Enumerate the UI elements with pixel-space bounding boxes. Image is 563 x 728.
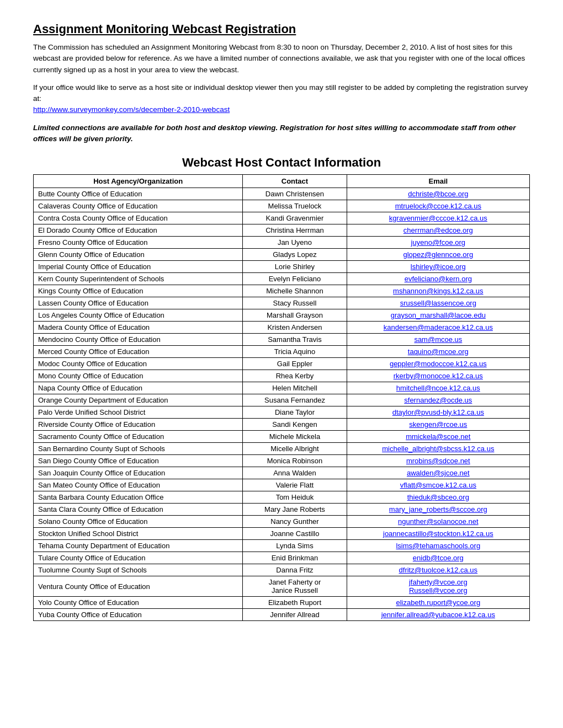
page-title: Assignment Monitoring Webcast Registrati… (33, 22, 530, 36)
cell-contact: Sandi Kengen (243, 419, 347, 431)
email-link[interactable]: Russell@vcoe.org (409, 586, 468, 595)
email-link[interactable]: joannecastillo@stockton.k12.ca.us (383, 529, 493, 538)
email-link[interactable]: elizabeth.ruport@ycoe.org (396, 598, 480, 607)
table-row: Tehama County Department of EducationLyn… (34, 540, 530, 552)
cell-org: San Diego County Office of Education (34, 455, 243, 467)
email-link[interactable]: glopez@glenncoe.org (403, 250, 473, 259)
cell-org: Lassen County Office of Education (34, 297, 243, 309)
cell-contact: Lorie Shirley (243, 261, 347, 273)
cell-org: Kern County Superintendent of Schools (34, 273, 243, 285)
email-link[interactable]: kandersen@maderacoe.k12.ca.us (384, 323, 493, 331)
email-link[interactable]: geppler@modoccoe.k12.ca.us (390, 360, 487, 368)
table-row: Palo Verde Unified School DistrictDiane … (34, 406, 530, 419)
email-link[interactable]: michelle_albright@sbcss.k12.ca.us (382, 445, 494, 453)
email-link[interactable]: jennifer.allread@yubacoe.k12.ca.us (381, 611, 495, 619)
table-row: Glenn County Office of EducationGladys L… (34, 249, 530, 261)
cell-email: lsims@tehamaschools.org (347, 540, 529, 552)
table-row: El Dorado County Office of EducationChri… (34, 224, 530, 237)
cell-email: mshannon@kings.k12.ca.us (347, 285, 529, 297)
email-link[interactable]: ngunther@solanocoe.net (398, 517, 478, 526)
table-row: San Joaquin County Office of EducationAn… (34, 467, 530, 479)
cell-contact: Monica Robinson (243, 455, 347, 467)
cell-email: joannecastillo@stockton.k12.ca.us (347, 528, 529, 540)
table-row: Santa Barbara County Education OfficeTom… (34, 491, 530, 504)
cell-email: enidb@tcoe.org (347, 552, 529, 564)
cell-org: San Mateo County Office of Education (34, 479, 243, 491)
table-row: Tulare County Office of EducationEnid Br… (34, 552, 530, 564)
cell-org: Tehama County Department of Education (34, 540, 243, 552)
cell-email: mrobins@sdcoe.net (347, 455, 529, 467)
email-link[interactable]: srussell@lassencoe.org (400, 299, 476, 307)
survey-link[interactable]: http://www.surveymonkey.com/s/december-2… (33, 105, 230, 114)
email-link[interactable]: enidb@tcoe.org (413, 554, 464, 562)
email-link[interactable]: taquino@mcoe.org (408, 347, 469, 356)
table-row: Butte County Office of EducationDawn Chr… (34, 188, 530, 200)
cell-contact: Tricia Aquino (243, 346, 347, 358)
email-link[interactable]: sfernandez@ocde.us (404, 396, 472, 404)
table-row: Santa Clara County Office of EducationMa… (34, 504, 530, 516)
cell-email: michelle_albright@sbcss.k12.ca.us (347, 443, 529, 455)
cell-contact: Marshall Grayson (243, 309, 347, 322)
cell-org: Santa Barbara County Education Office (34, 491, 243, 504)
email-link[interactable]: awalden@sjcoe.net (407, 469, 470, 477)
intro-paragraph-1: The Commission has scheduled an Assignme… (33, 42, 530, 76)
cell-org: Madera County Office of Education (34, 322, 243, 334)
cell-email: jennifer.allread@yubacoe.k12.ca.us (347, 609, 529, 621)
col-header-email: Email (347, 175, 529, 188)
email-link[interactable]: skengen@rcoe.us (409, 420, 467, 429)
table-row: San Bernardino County Supt of SchoolsMic… (34, 443, 530, 455)
cell-email: sfernandez@ocde.us (347, 394, 529, 406)
email-link[interactable]: mshannon@kings.k12.ca.us (393, 287, 484, 295)
cell-org: Stockton Unified School District (34, 528, 243, 540)
email-link[interactable]: mrobins@sdcoe.net (406, 457, 470, 465)
table-header-row: Host Agency/Organization Contact Email (34, 175, 530, 188)
cell-email: mmickela@scoe.net (347, 431, 529, 443)
cell-email: rkerby@monocoe.k12.ca.us (347, 370, 529, 382)
email-link[interactable]: jfaherty@vcoe.org (409, 578, 468, 586)
cell-org: Kings County Office of Education (34, 285, 243, 297)
cell-email: ngunther@solanocoe.net (347, 516, 529, 528)
table-row: Sacramento County Office of EducationMic… (34, 431, 530, 443)
email-link[interactable]: sam@mcoe.us (414, 335, 462, 344)
email-link[interactable]: cherrman@edcoe.org (403, 226, 473, 234)
email-link[interactable]: hmitchell@ncoe.k12.ca.us (396, 384, 480, 392)
table-row: Napa County Office of EducationHelen Mit… (34, 382, 530, 394)
cell-email: elizabeth.ruport@ycoe.org (347, 597, 529, 609)
cell-email: mary_jane_roberts@sccoe.org (347, 504, 529, 516)
email-link[interactable]: evfeliciano@kern.org (405, 275, 472, 283)
cell-contact: Michele Mickela (243, 431, 347, 443)
cell-contact: Micelle Albright (243, 443, 347, 455)
cell-email: taquino@mcoe.org (347, 346, 529, 358)
cell-org: San Bernardino County Supt of Schools (34, 443, 243, 455)
cell-contact: Kristen Andersen (243, 322, 347, 334)
intro2-text: If your office would like to serve as a … (33, 83, 528, 103)
email-link[interactable]: rkerby@monocoe.k12.ca.us (394, 372, 483, 380)
cell-contact: Anna Walden (243, 467, 347, 479)
email-link[interactable]: dchriste@bcoe.org (408, 190, 468, 198)
email-link[interactable]: dtaylor@pvusd-bly.k12.ca.us (392, 408, 484, 416)
cell-org: Mono County Office of Education (34, 370, 243, 382)
cell-contact: Tom Heiduk (243, 491, 347, 504)
table-row: Kings County Office of EducationMichelle… (34, 285, 530, 297)
cell-contact: Lynda Sims (243, 540, 347, 552)
email-link[interactable]: thieduk@sbceo.org (407, 493, 469, 501)
email-link[interactable]: vflatt@smcoe.k12.ca.us (400, 481, 476, 489)
email-link[interactable]: grayson_marshall@lacoe.edu (391, 311, 486, 319)
cell-org: Los Angeles County Office of Education (34, 309, 243, 322)
email-link[interactable]: juyeno@fcoe.org (411, 238, 465, 247)
cell-org: Sacramento County Office of Education (34, 431, 243, 443)
table-row: Contra Costa County Office of EducationK… (34, 212, 530, 224)
email-link[interactable]: lshirley@icoe.org (411, 263, 466, 271)
email-link[interactable]: kgravenmier@cccoe.k12.ca.us (389, 214, 487, 222)
email-link[interactable]: dfritz@tuolcoe.k12.ca.us (399, 566, 478, 574)
cell-contact: Valerie Flatt (243, 479, 347, 491)
cell-email: skengen@rcoe.us (347, 419, 529, 431)
cell-email: jfaherty@vcoe.orgRussell@vcoe.org (347, 576, 529, 597)
email-link[interactable]: mtruelock@ccoe.k12.ca.us (395, 202, 481, 210)
cell-email: dfritz@tuolcoe.k12.ca.us (347, 564, 529, 576)
email-link[interactable]: mmickela@scoe.net (406, 432, 470, 441)
email-link[interactable]: lsims@tehamaschools.org (396, 542, 480, 550)
cell-org: Imperial County Office of Education (34, 261, 243, 273)
table-row: San Mateo County Office of EducationVale… (34, 479, 530, 491)
email-link[interactable]: mary_jane_roberts@sccoe.org (389, 505, 487, 513)
